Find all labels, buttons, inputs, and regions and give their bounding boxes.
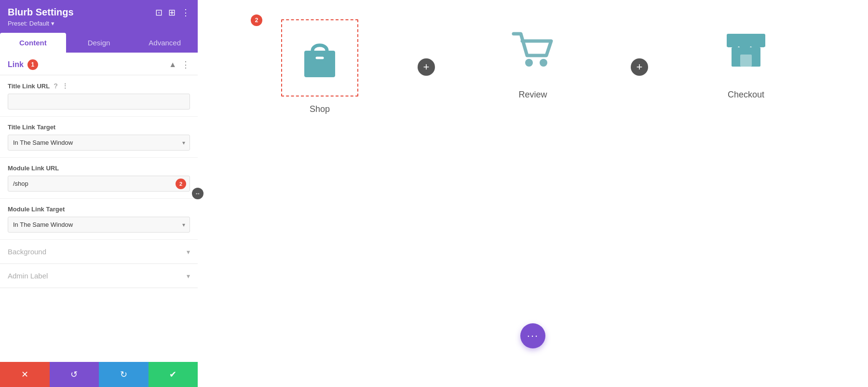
more-icon[interactable]: ⋮ [181,7,190,18]
section-heading-left: Link 1 [8,59,38,70]
admin-label-chevron-icon: ▾ [187,272,190,280]
svg-point-3 [540,59,547,67]
settings-panel: Blurb Settings ⊡ ⊞ ⋮ Preset: Default ▾ C… [0,0,198,387]
section-heading-right: ▲ ⋮ [169,59,190,70]
module-link-target-wrapper: In The Same Window In A New Tab ▾ [8,217,190,233]
tab-content[interactable]: Content [0,33,66,53]
checkout-icon [722,27,770,75]
admin-label-section[interactable]: Admin Label ▾ [0,264,198,288]
panel-title: Blurb Settings [8,7,74,18]
review-label: Review [518,90,547,100]
header-icons: ⊡ ⊞ ⋮ [155,7,190,18]
undo-button[interactable]: ↺ [50,362,99,387]
review-icon-wrap [502,19,564,82]
svg-point-2 [525,59,533,67]
add-btn-2[interactable]: + [631,58,648,76]
expand-icon[interactable]: ⊡ [155,7,163,18]
svg-rect-0 [304,51,335,77]
module-link-url-label: Module Link URL [8,165,190,172]
title-link-help-icon[interactable]: ? [54,82,58,90]
title-link-url-group: Title Link URL ? ⋮ [0,75,198,117]
blurb-item-checkout[interactable]: Checkout [653,19,839,100]
shop-badge: 2 [251,14,262,26]
save-button[interactable]: ✔ [149,362,198,387]
review-icon [509,27,557,75]
title-link-target-group: Title Link Target In The Same Window In … [0,117,198,158]
blurb-item-shop[interactable]: 2 Shop [227,19,413,114]
link-collapse-btn[interactable]: ▲ [169,60,176,69]
resize-handle[interactable]: ↔ [192,188,203,199]
title-link-target-select[interactable]: In The Same Window In A New Tab [8,135,190,151]
title-link-more-icon[interactable]: ⋮ [62,82,68,90]
shop-icon-wrap [281,19,358,97]
title-link-target-label: Title Link Target [8,124,190,131]
panel-tabs: Content Design Advanced [0,33,198,53]
background-chevron-icon: ▾ [187,248,190,256]
module-link-target-group: Module Link Target In The Same Window In… [0,199,198,240]
background-title: Background [8,248,46,256]
module-link-target-select[interactable]: In The Same Window In A New Tab [8,217,190,233]
blurb-item-review[interactable]: Review [440,19,626,100]
title-link-url-label: Title Link URL ? ⋮ [8,82,190,90]
preset-label[interactable]: Preset: Default ▾ [8,20,190,27]
checkout-label: Checkout [728,90,764,100]
columns-icon[interactable]: ⊞ [168,7,176,18]
title-link-url-input[interactable] [8,94,190,110]
title-link-target-wrapper: In The Same Window In A New Tab ▾ [8,135,190,151]
panel-toolbar: ✕ ↺ ↻ ✔ [0,362,198,387]
fab-button[interactable]: ··· [520,323,545,348]
link-more-btn[interactable]: ⋮ [181,59,190,70]
shop-icon [296,34,344,82]
add-btn-1[interactable]: + [418,58,435,76]
panel-body: Link 1 ▲ ⋮ Title Link URL ? ⋮ Title Link… [0,53,198,362]
tab-advanced[interactable]: Advanced [132,33,198,53]
svg-rect-4 [727,34,765,47]
module-link-badge: 2 [176,179,186,189]
redo-button[interactable]: ↻ [99,362,149,387]
checkout-icon-wrap [715,19,777,82]
module-link-url-wrapper: 2 [8,176,190,192]
cancel-button[interactable]: ✕ [0,362,50,387]
tab-design[interactable]: Design [66,33,132,53]
canvas: 2 Shop + Revie [198,0,868,387]
panel-header: Blurb Settings ⊡ ⊞ ⋮ Preset: Default ▾ [0,0,198,33]
shop-label: Shop [310,104,330,114]
admin-label-title: Admin Label [8,272,48,280]
module-link-url-group: Module Link URL 2 [0,158,198,199]
link-badge: 1 [27,59,38,70]
svg-rect-6 [740,55,752,67]
link-section-title: Link [8,60,24,69]
module-link-url-input[interactable] [8,176,190,192]
canvas-inner: 2 Shop + Revie [227,19,839,114]
module-link-target-label: Module Link Target [8,206,190,213]
link-section-heading: Link 1 ▲ ⋮ [0,53,198,75]
background-section[interactable]: Background ▾ [0,240,198,264]
